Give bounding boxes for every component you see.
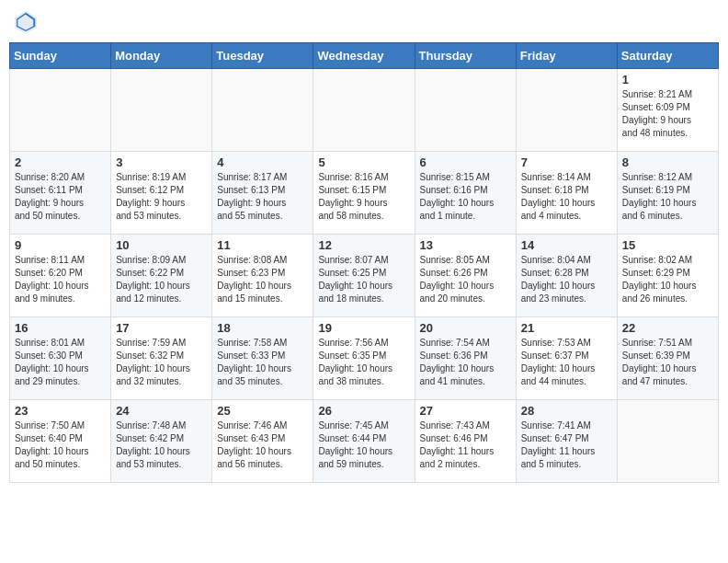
logo [13,9,40,35]
day-number: 14 [521,238,612,252]
day-info: Sunrise: 7:58 AM Sunset: 6:33 PM Dayligh… [217,337,308,388]
calendar-empty-cell [313,69,415,152]
day-number: 10 [116,238,207,252]
calendar-day-23: 23Sunrise: 7:50 AM Sunset: 6:40 PM Dayli… [10,400,111,483]
calendar-day-26: 26Sunrise: 7:45 AM Sunset: 6:44 PM Dayli… [313,400,415,483]
day-number: 4 [217,155,308,169]
day-info: Sunrise: 7:51 AM Sunset: 6:39 PM Dayligh… [622,337,713,388]
day-number: 8 [622,155,713,169]
calendar-day-22: 22Sunrise: 7:51 AM Sunset: 6:39 PM Dayli… [617,317,718,400]
weekday-header-wednesday: Wednesday [313,43,415,69]
day-info: Sunrise: 7:54 AM Sunset: 6:36 PM Dayligh… [420,337,511,388]
calendar-day-1: 1Sunrise: 8:21 AM Sunset: 6:09 PM Daylig… [617,69,718,152]
day-number: 24 [116,404,207,418]
calendar-empty-cell [10,69,111,152]
weekday-header-friday: Friday [516,43,617,69]
day-info: Sunrise: 8:16 AM Sunset: 6:15 PM Dayligh… [318,171,409,223]
day-info: Sunrise: 8:20 AM Sunset: 6:11 PM Dayligh… [15,171,106,223]
calendar-day-4: 4Sunrise: 8:17 AM Sunset: 6:13 PM Daylig… [212,152,313,235]
day-number: 1 [622,73,713,86]
day-info: Sunrise: 7:53 AM Sunset: 6:37 PM Dayligh… [521,337,612,388]
calendar-day-8: 8Sunrise: 8:12 AM Sunset: 6:19 PM Daylig… [617,152,718,235]
day-number: 22 [622,321,713,335]
calendar-day-9: 9Sunrise: 8:11 AM Sunset: 6:20 PM Daylig… [10,235,111,317]
day-info: Sunrise: 8:12 AM Sunset: 6:19 PM Dayligh… [622,171,713,223]
calendar-day-14: 14Sunrise: 8:04 AM Sunset: 6:28 PM Dayli… [516,235,617,317]
day-number: 12 [318,238,409,252]
day-number: 11 [217,238,308,252]
day-info: Sunrise: 8:05 AM Sunset: 6:26 PM Dayligh… [420,254,511,305]
day-info: Sunrise: 8:01 AM Sunset: 6:30 PM Dayligh… [15,337,106,388]
day-number: 20 [420,321,511,335]
calendar-empty-cell [516,69,617,152]
calendar-empty-cell [111,69,212,152]
weekday-header-monday: Monday [111,43,212,69]
day-number: 26 [318,404,409,418]
calendar-week-1: 1Sunrise: 8:21 AM Sunset: 6:09 PM Daylig… [10,69,719,152]
day-info: Sunrise: 8:15 AM Sunset: 6:16 PM Dayligh… [420,171,511,223]
day-info: Sunrise: 8:04 AM Sunset: 6:28 PM Dayligh… [521,254,612,305]
day-number: 28 [521,404,612,418]
day-number: 16 [15,321,106,335]
day-info: Sunrise: 8:14 AM Sunset: 6:18 PM Dayligh… [521,171,612,223]
day-info: Sunrise: 8:08 AM Sunset: 6:23 PM Dayligh… [217,254,308,305]
day-info: Sunrise: 7:50 AM Sunset: 6:40 PM Dayligh… [15,419,106,471]
weekday-header-tuesday: Tuesday [212,43,313,69]
calendar-day-16: 16Sunrise: 8:01 AM Sunset: 6:30 PM Dayli… [10,317,111,400]
day-info: Sunrise: 8:21 AM Sunset: 6:09 PM Dayligh… [622,88,713,140]
day-number: 19 [318,321,409,335]
day-number: 15 [622,238,713,252]
calendar-day-10: 10Sunrise: 8:09 AM Sunset: 6:22 PM Dayli… [111,235,212,317]
calendar-day-15: 15Sunrise: 8:02 AM Sunset: 6:29 PM Dayli… [617,235,718,317]
day-number: 5 [318,155,409,169]
day-info: Sunrise: 7:59 AM Sunset: 6:32 PM Dayligh… [116,337,207,388]
day-number: 13 [420,238,511,252]
day-number: 27 [420,404,511,418]
calendar-day-7: 7Sunrise: 8:14 AM Sunset: 6:18 PM Daylig… [516,152,617,235]
calendar-day-18: 18Sunrise: 7:58 AM Sunset: 6:33 PM Dayli… [212,317,313,400]
weekday-header-saturday: Saturday [617,43,718,69]
day-number: 6 [420,155,511,169]
day-info: Sunrise: 7:43 AM Sunset: 6:46 PM Dayligh… [420,419,511,471]
calendar-empty-cell [212,69,313,152]
calendar-day-24: 24Sunrise: 7:48 AM Sunset: 6:42 PM Dayli… [111,400,212,483]
calendar-week-5: 23Sunrise: 7:50 AM Sunset: 6:40 PM Dayli… [10,400,719,483]
calendar-table: SundayMondayTuesdayWednesdayThursdayFrid… [9,42,719,483]
day-number: 7 [521,155,612,169]
day-info: Sunrise: 7:41 AM Sunset: 6:47 PM Dayligh… [521,419,612,471]
calendar-day-19: 19Sunrise: 7:56 AM Sunset: 6:35 PM Dayli… [313,317,415,400]
calendar-empty-cell [617,400,718,483]
weekday-header-sunday: Sunday [10,43,111,69]
day-info: Sunrise: 7:46 AM Sunset: 6:43 PM Dayligh… [217,419,308,471]
calendar-empty-cell [415,69,516,152]
logo-icon [13,9,39,35]
day-info: Sunrise: 8:09 AM Sunset: 6:22 PM Dayligh… [116,254,207,305]
calendar-day-11: 11Sunrise: 8:08 AM Sunset: 6:23 PM Dayli… [212,235,313,317]
calendar-day-25: 25Sunrise: 7:46 AM Sunset: 6:43 PM Dayli… [212,400,313,483]
day-number: 17 [116,321,207,335]
calendar-day-28: 28Sunrise: 7:41 AM Sunset: 6:47 PM Dayli… [516,400,617,483]
day-info: Sunrise: 7:56 AM Sunset: 6:35 PM Dayligh… [318,337,409,388]
calendar-week-2: 2Sunrise: 8:20 AM Sunset: 6:11 PM Daylig… [10,152,719,235]
day-info: Sunrise: 8:07 AM Sunset: 6:25 PM Dayligh… [318,254,409,305]
day-info: Sunrise: 7:48 AM Sunset: 6:42 PM Dayligh… [116,419,207,471]
calendar-day-27: 27Sunrise: 7:43 AM Sunset: 6:46 PM Dayli… [415,400,516,483]
day-number: 21 [521,321,612,335]
page-header [9,9,719,35]
calendar-day-13: 13Sunrise: 8:05 AM Sunset: 6:26 PM Dayli… [415,235,516,317]
calendar-week-3: 9Sunrise: 8:11 AM Sunset: 6:20 PM Daylig… [10,235,719,317]
day-number: 25 [217,404,308,418]
day-info: Sunrise: 8:19 AM Sunset: 6:12 PM Dayligh… [116,171,207,223]
calendar-day-5: 5Sunrise: 8:16 AM Sunset: 6:15 PM Daylig… [313,152,415,235]
weekday-header-row: SundayMondayTuesdayWednesdayThursdayFrid… [10,43,719,69]
day-info: Sunrise: 8:02 AM Sunset: 6:29 PM Dayligh… [622,254,713,305]
day-number: 23 [15,404,106,418]
calendar-day-21: 21Sunrise: 7:53 AM Sunset: 6:37 PM Dayli… [516,317,617,400]
day-number: 3 [116,155,207,169]
calendar-week-4: 16Sunrise: 8:01 AM Sunset: 6:30 PM Dayli… [10,317,719,400]
calendar-day-2: 2Sunrise: 8:20 AM Sunset: 6:11 PM Daylig… [10,152,111,235]
calendar-day-6: 6Sunrise: 8:15 AM Sunset: 6:16 PM Daylig… [415,152,516,235]
day-info: Sunrise: 7:45 AM Sunset: 6:44 PM Dayligh… [318,419,409,471]
calendar-day-20: 20Sunrise: 7:54 AM Sunset: 6:36 PM Dayli… [415,317,516,400]
weekday-header-thursday: Thursday [415,43,516,69]
